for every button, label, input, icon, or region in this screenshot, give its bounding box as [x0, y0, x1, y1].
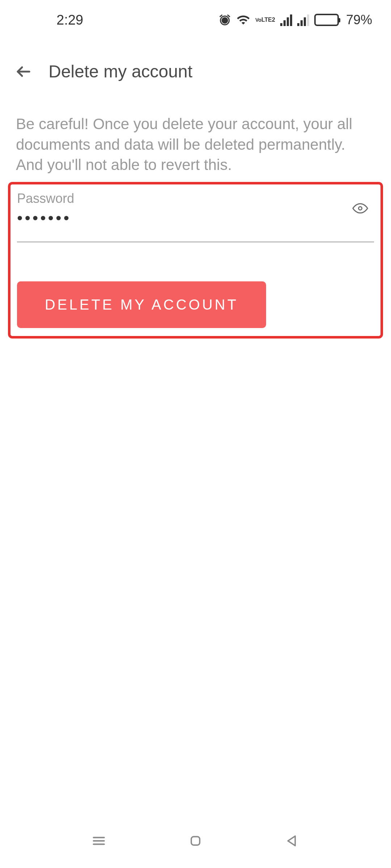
- status-time: 2:29: [56, 12, 83, 28]
- signal-icon-1: [280, 14, 292, 26]
- password-label: Password: [17, 191, 374, 206]
- nav-recent-button[interactable]: [89, 831, 109, 851]
- app-bar: Delete my account: [0, 40, 391, 96]
- svg-point-2: [358, 207, 362, 210]
- delete-account-button[interactable]: DELETE MY ACCOUNT: [17, 281, 266, 328]
- battery-icon: [314, 14, 339, 26]
- status-icons: Vo LTE2 79%: [218, 12, 372, 27]
- page-title: Delete my account: [49, 61, 193, 81]
- status-bar: 2:29 Vo LTE2: [0, 0, 391, 40]
- highlight-annotation-box: Password DELETE MY ACCOUNT: [8, 182, 383, 339]
- nav-back-button[interactable]: [282, 831, 302, 851]
- svg-point-0: [222, 17, 228, 24]
- svg-marker-7: [288, 836, 295, 846]
- wifi-icon: [236, 13, 250, 27]
- password-input[interactable]: [17, 209, 338, 227]
- back-button[interactable]: [14, 63, 33, 81]
- warning-text: Be careful! Once you delete your account…: [16, 114, 375, 175]
- alarm-icon: [218, 13, 231, 26]
- svg-rect-6: [191, 837, 199, 845]
- password-visibility-toggle[interactable]: [352, 200, 369, 217]
- nav-home-button[interactable]: [185, 831, 206, 851]
- battery-percentage: 79%: [346, 12, 372, 27]
- main-content: Be careful! Once you delete your account…: [0, 96, 391, 339]
- signal-icon-2: [297, 14, 309, 26]
- android-nav-bar: [0, 814, 391, 868]
- volte-indicator: Vo LTE2: [255, 17, 275, 22]
- password-field: Password: [17, 191, 374, 242]
